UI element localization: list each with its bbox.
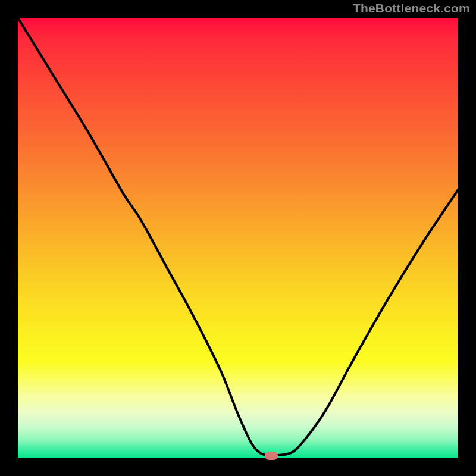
bottleneck-curve-path (18, 18, 458, 456)
curve-svg (18, 18, 458, 458)
chart-container: TheBottleneck.com (0, 0, 476, 476)
optimum-marker (265, 452, 278, 460)
attribution-text: TheBottleneck.com (353, 1, 470, 15)
plot-area (18, 18, 458, 458)
